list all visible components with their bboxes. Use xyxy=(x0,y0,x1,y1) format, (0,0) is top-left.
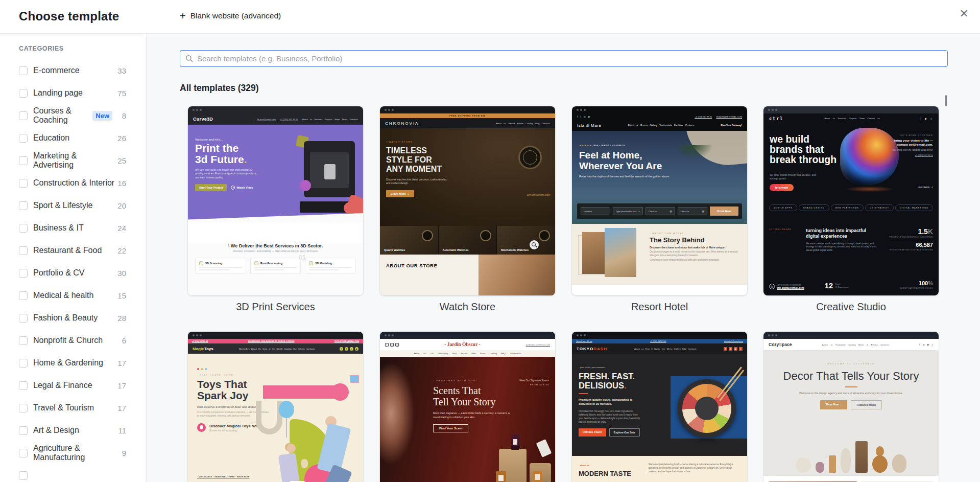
sidebar-item-nonprofit-church[interactable]: Nonprofit & Church6 xyxy=(0,329,146,352)
search-bar[interactable] xyxy=(180,50,948,67)
sidebar-item-business-it[interactable]: Business & IT24 xyxy=(0,217,146,239)
category-label: Marketing & Advertising xyxy=(33,151,117,170)
template-name: Resort Hotel xyxy=(572,301,747,313)
sidebar-item-travel-tourism[interactable]: Travel & Tourism17 xyxy=(0,397,146,419)
social-icons: f ▶ t xyxy=(921,117,933,120)
checkbox[interactable] xyxy=(19,381,28,390)
site-logo: - Jardin Obscur - xyxy=(444,342,480,347)
about-kicker: · ABOUT OUR HOTEL · xyxy=(650,232,740,235)
checkbox[interactable] xyxy=(19,66,28,75)
sidebar-item-ecommerce[interactable]: E-commerce33 xyxy=(0,59,146,82)
years-caption: YearsOf Experience xyxy=(835,283,849,288)
checkbox[interactable] xyxy=(19,314,28,323)
gift-box-image xyxy=(350,375,359,383)
browser-chrome xyxy=(380,332,555,339)
template-card-magictoys[interactable]: +1 (234) 567 89 90 SHOWROOM: 123A EGMONT… xyxy=(188,332,363,482)
categories-sidebar: CATEGORIES E-commerce33 Landing page75 C… xyxy=(0,34,147,482)
sidebar-item-construction-interior[interactable]: Construction & Interior16 xyxy=(0,172,146,194)
sidebar-item-landing-page[interactable]: Landing page75 xyxy=(0,82,146,104)
plus-icon: + xyxy=(180,11,186,21)
blank-website-button[interactable]: + Blank website (advanced) xyxy=(180,11,281,21)
sidebar-item-marketing-advertising[interactable]: Marketing & Advertising25 xyxy=(0,149,146,172)
site-email: TOYS.STORE@EMAIL.COM xyxy=(334,340,359,342)
scrollbar-thumb[interactable] xyxy=(945,95,947,106)
category-count: 17 xyxy=(117,359,126,368)
sidebar-item-portfolio-cv[interactable]: Portfolio & CV30 xyxy=(0,262,146,284)
checkbox[interactable] xyxy=(19,336,28,345)
checkbox[interactable] xyxy=(19,156,28,165)
promo-strip: FREE SHIPPING FROM $49 xyxy=(380,113,555,118)
site-logo: CHRONOVIA xyxy=(385,121,419,126)
sidebar-item-partial[interactable] xyxy=(0,464,146,482)
site-logo: ctrl xyxy=(769,116,783,121)
dot-icon xyxy=(205,368,207,370)
hero-cta-button: let's work xyxy=(770,184,794,191)
checkbox[interactable] xyxy=(19,224,28,233)
site-phone: +1 (234) 567 89 00 xyxy=(650,340,666,342)
donut-vase xyxy=(796,457,811,473)
checkbox[interactable] xyxy=(19,404,28,412)
category-label: Art & Design xyxy=(33,426,79,435)
browser-chrome xyxy=(763,106,939,113)
template-preview: CozySpace About us Inspiration Catalog N… xyxy=(763,332,939,482)
sidebar-item-medical-health[interactable]: Medical & health15 xyxy=(0,284,146,307)
hero-body: More than fragrance — each bottle holds … xyxy=(433,411,511,420)
social-icons: f◎▭ xyxy=(385,343,399,347)
template-card-watch-store[interactable]: FREE SHIPPING FROM $49 CHRONOVIA About u… xyxy=(380,106,555,313)
checkbox[interactable] xyxy=(19,471,28,480)
checkbox[interactable] xyxy=(19,89,28,98)
perfume-bottle-image xyxy=(533,471,542,482)
site-phone: +1 (234) 567 89 90 xyxy=(192,340,208,342)
hero-cta-button: Learn More → xyxy=(386,190,414,197)
section-subtext: Precision, innovation, and reliability —… xyxy=(188,250,363,253)
sidebar-item-restaurant-food[interactable]: Restaurant & Food22 xyxy=(0,239,146,262)
checkbox[interactable] xyxy=(19,246,28,255)
window-dot-icon xyxy=(196,109,198,111)
checkbox[interactable] xyxy=(19,426,28,435)
checkbox[interactable] xyxy=(19,134,28,143)
checkbox[interactable] xyxy=(19,201,28,210)
sidebar-item-agriculture-manufacturing[interactable]: Agriculture & Manufacturing9 xyxy=(0,442,146,464)
contact-phone: +1 (234) 567 89 90 xyxy=(885,154,933,156)
template-card-resort-hotel[interactable]: f t ◎ ▶ +1 (234) 567 89 90ISLADIMARE@EMA… xyxy=(572,106,747,313)
checkbox[interactable] xyxy=(19,449,28,457)
sidebar-item-art-design[interactable]: Art & Design11 xyxy=(0,419,146,442)
checkbox[interactable] xyxy=(19,291,28,300)
watch-image xyxy=(480,230,491,241)
site-nav: About us Services Projects Team Contact … xyxy=(824,117,880,120)
sidebar-item-home-gardening[interactable]: Home & Gardening17 xyxy=(0,352,146,374)
template-card-jardin-obscur[interactable]: f◎▭ - Jardin Obscur - jardinobscur@email… xyxy=(380,332,555,482)
close-icon[interactable]: ✕ xyxy=(960,8,969,19)
sidebar-item-legal-finance[interactable]: Legal & Finance17 xyxy=(0,374,146,397)
cylinder-vase xyxy=(829,455,836,473)
service-pill: UX STRATEGY xyxy=(865,204,894,211)
feature-card: Post-Processing xyxy=(250,258,301,274)
dot-icon xyxy=(197,368,199,370)
hero-kicker: //WATCH STORE xyxy=(386,141,555,143)
contact-body: We bring even the boldest ideas to life! xyxy=(885,149,933,152)
category-count: 30 xyxy=(117,269,126,278)
search-input[interactable] xyxy=(197,54,942,63)
template-card-3d-print-services[interactable]: Curve3D 3d.print@email.com +1 (234) 567 … xyxy=(188,106,363,313)
category-count: 75 xyxy=(117,89,126,98)
sidebar-item-courses-coaching[interactable]: Courses & CoachingNew8 xyxy=(0,104,146,127)
site-nav-cta: Plan Your Getaway! xyxy=(721,124,742,127)
browser-chrome xyxy=(188,332,363,339)
template-card-tokyodash[interactable]: Open 8 am - 10 pm +1 (234) 567 89 00 tok… xyxy=(572,332,747,482)
checkbox[interactable] xyxy=(19,179,28,188)
sidebar-item-education[interactable]: Education26 xyxy=(0,127,146,149)
wood-column xyxy=(855,441,868,473)
stars-icon: ★★★★★ xyxy=(579,144,592,147)
sidebar-item-fashion-beauty[interactable]: Fashion & Beauty28 xyxy=(0,307,146,329)
template-card-cozyspace[interactable]: CozySpace About us Inspiration Catalog N… xyxy=(763,332,939,482)
template-card-creative-studio[interactable]: ctrl About us Services Projects Team Con… xyxy=(763,106,939,313)
category-count: 17 xyxy=(117,404,126,412)
bunny-icon xyxy=(197,423,206,432)
stat-value: 1.5K xyxy=(878,228,933,235)
category-count: 22 xyxy=(117,246,126,255)
sidebar-item-sport-lifestyle[interactable]: Sport & Lifestyle20 xyxy=(0,194,146,217)
checkbox[interactable] xyxy=(19,111,28,120)
checkbox[interactable] xyxy=(19,359,28,368)
checkbox[interactable] xyxy=(19,269,28,278)
watch-image xyxy=(518,146,542,169)
